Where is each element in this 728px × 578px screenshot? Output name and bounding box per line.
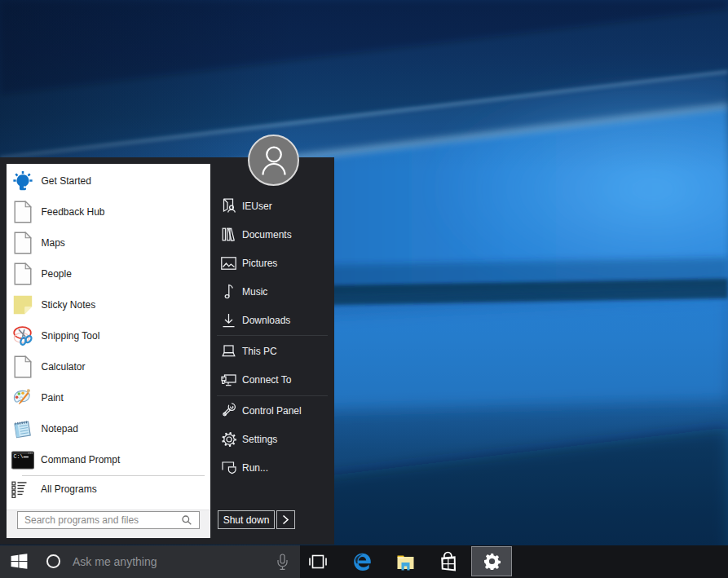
- svg-text:C:\: C:\: [13, 452, 23, 459]
